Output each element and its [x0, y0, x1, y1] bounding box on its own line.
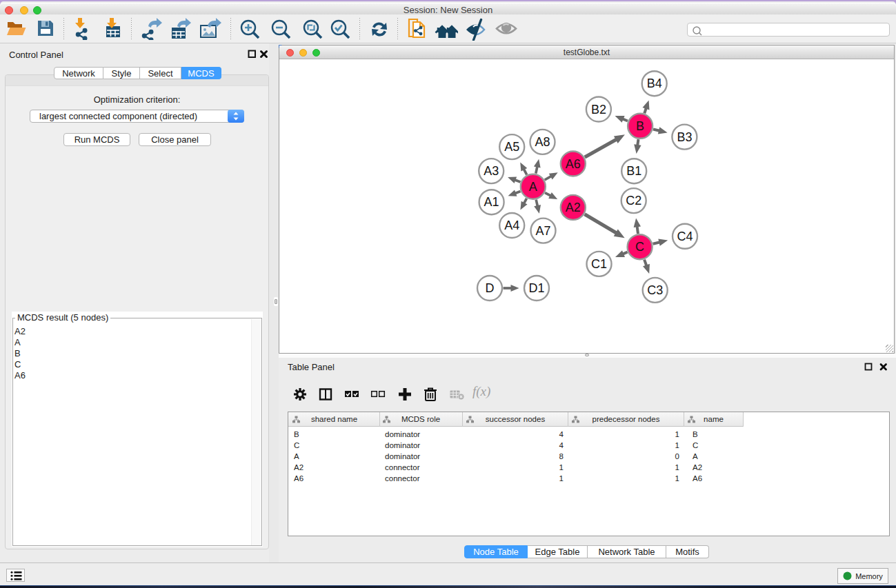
svg-text:D1: D1 — [528, 281, 544, 295]
svg-text:A4: A4 — [504, 219, 519, 232]
svg-text:C1: C1 — [591, 257, 607, 271]
svg-text:B4: B4 — [647, 77, 662, 90]
svg-text:A6: A6 — [566, 157, 581, 171]
svg-text:A: A — [529, 180, 537, 194]
svg-text:B2: B2 — [591, 103, 606, 116]
svg-text:D: D — [486, 281, 495, 295]
svg-text:A2: A2 — [566, 201, 581, 214]
svg-text:C3: C3 — [647, 283, 663, 297]
svg-text:C: C — [635, 240, 644, 254]
svg-text:A7: A7 — [535, 224, 550, 238]
svg-text:C4: C4 — [677, 230, 693, 243]
svg-text:B: B — [636, 119, 644, 133]
svg-text:A5: A5 — [504, 140, 519, 154]
svg-text:A1: A1 — [484, 195, 499, 209]
svg-text:A3: A3 — [484, 164, 499, 178]
svg-text:C2: C2 — [626, 194, 641, 207]
svg-text:A8: A8 — [535, 135, 550, 149]
svg-text:B3: B3 — [677, 130, 692, 144]
svg-text:B1: B1 — [626, 164, 641, 178]
